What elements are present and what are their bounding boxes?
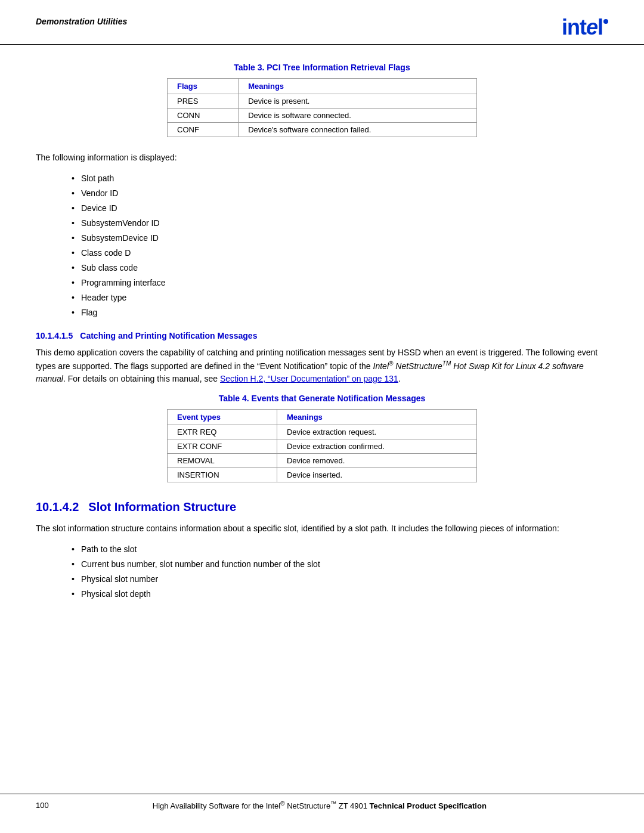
table3-col-flags: Flags <box>168 79 239 94</box>
table4-caption: Table 4. Events that Generate Notificati… <box>36 394 608 403</box>
list-item: Sub class code <box>72 262 608 274</box>
list-item: Programming interface <box>72 277 608 289</box>
paragraph2: This demo application covers the capabil… <box>36 346 608 385</box>
bullet-list-2: Path to the slotCurrent bus number, slot… <box>72 543 608 600</box>
intel-logo: intel <box>562 17 608 38</box>
table4: Event types Meanings EXTR REQDevice extr… <box>167 409 477 482</box>
table4-meaning-cell: Device extraction request. <box>277 425 476 439</box>
list-item: SubsystemVendor ID <box>72 217 608 230</box>
paragraph1: The following information is displayed: <box>36 151 608 164</box>
table4-event-cell: EXTR REQ <box>168 425 277 439</box>
list-item: Vendor ID <box>72 187 608 200</box>
list-item: Slot path <box>72 172 608 185</box>
table4-meaning-cell: Device inserted. <box>277 467 476 482</box>
section-1015-number: 10.1.4.1.5 <box>36 331 73 340</box>
list-item: Path to the slot <box>72 543 608 556</box>
page: Demonstration Utilities intel Table 3. P… <box>0 0 644 833</box>
table3-flag-cell: PRES <box>168 94 239 109</box>
table-row: CONFDevice's software connection failed. <box>168 123 477 137</box>
table4-meaning-cell: Device removed. <box>277 453 476 467</box>
list-item: Current bus number, slot number and func… <box>72 558 608 571</box>
table-row: CONNDevice is software connected. <box>168 109 477 123</box>
section-1042-title: Slot Information Structure <box>88 500 236 514</box>
table3-meaning-cell: Device is software connected. <box>239 109 477 123</box>
table4-col-meanings: Meanings <box>277 409 476 425</box>
list-item: Device ID <box>72 202 608 215</box>
table3-flag-cell: CONN <box>168 109 239 123</box>
table-row: REMOVALDevice removed. <box>168 453 477 467</box>
paragraph3: The slot information structure contains … <box>36 522 608 535</box>
content: Table 3. PCI Tree Information Retrieval … <box>0 63 644 600</box>
bullet-list-1: Slot pathVendor IDDevice IDSubsystemVend… <box>72 172 608 319</box>
table3-caption: Table 3. PCI Tree Information Retrieval … <box>36 63 608 72</box>
section-link[interactable]: Section H.2, “User Documentation” on pag… <box>220 374 398 383</box>
table4-section: Table 4. Events that Generate Notificati… <box>36 394 608 482</box>
list-item: Class code D <box>72 247 608 259</box>
list-item: Header type <box>72 292 608 304</box>
list-item: Physical slot depth <box>72 588 608 600</box>
table-row: INSERTIONDevice inserted. <box>168 467 477 482</box>
footer: 100 High Availability Software for the I… <box>0 794 644 816</box>
table3-flag-cell: CONF <box>168 123 239 137</box>
table3-section: Table 3. PCI Tree Information Retrieval … <box>36 63 608 137</box>
header-title: Demonstration Utilities <box>36 17 127 26</box>
list-item: SubsystemDevice ID <box>72 232 608 244</box>
table3-meaning-cell: Device is present. <box>239 94 477 109</box>
footer-page: 100 <box>36 801 49 810</box>
table-row: EXTR REQDevice extraction request. <box>168 425 477 439</box>
table4-meaning-cell: Device extraction confirmed. <box>277 439 476 453</box>
section-1015-title: Catching and Printing Notification Messa… <box>80 331 257 340</box>
section-1042-heading: 10.1.4.2 Slot Information Structure <box>36 500 608 514</box>
table4-event-cell: EXTR CONF <box>168 439 277 453</box>
list-item: Flag <box>72 306 608 319</box>
table-row: EXTR CONFDevice extraction confirmed. <box>168 439 477 453</box>
table3-meaning-cell: Device's software connection failed. <box>239 123 477 137</box>
table4-event-cell: INSERTION <box>168 467 277 482</box>
table3: Flags Meanings PRESDevice is present.CON… <box>167 78 477 137</box>
logo-dot <box>603 19 608 24</box>
table4-event-cell: REMOVAL <box>168 453 277 467</box>
table3-col-meanings: Meanings <box>239 79 477 94</box>
header: Demonstration Utilities intel <box>0 0 644 45</box>
logo-text: intel <box>562 15 603 39</box>
table4-col-event-types: Event types <box>168 409 277 425</box>
table-row: PRESDevice is present. <box>168 94 477 109</box>
list-item: Physical slot number <box>72 573 608 586</box>
footer-text: High Availability Software for the Intel… <box>49 800 590 810</box>
section-1042-number: 10.1.4.2 <box>36 500 79 514</box>
section-1015-heading: 10.1.4.1.5 Catching and Printing Notific… <box>36 331 608 340</box>
